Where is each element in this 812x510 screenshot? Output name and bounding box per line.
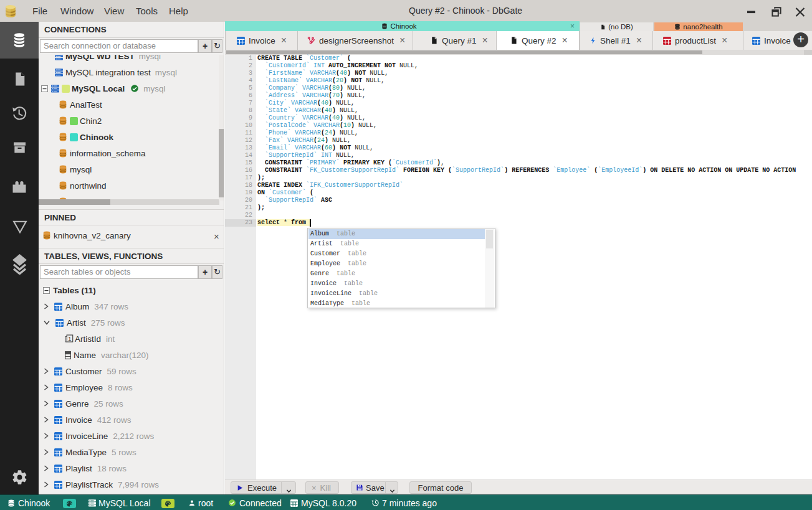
svg-text:1: 1 (68, 336, 71, 342)
